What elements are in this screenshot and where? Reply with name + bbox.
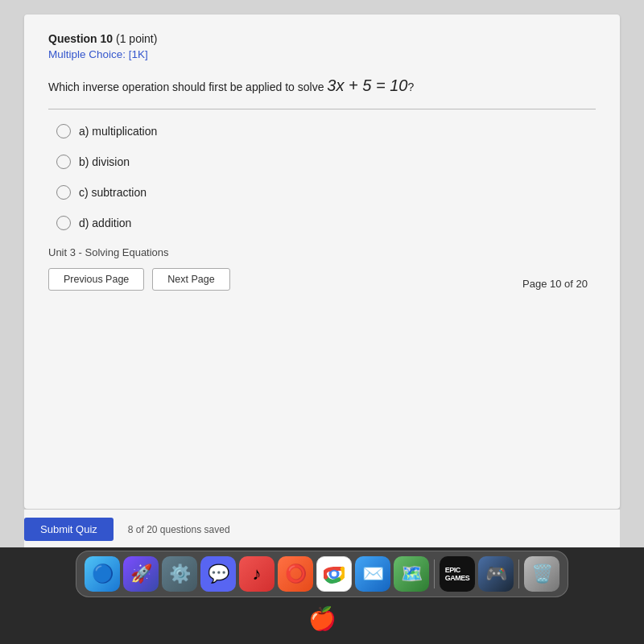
apple-logo: 🍎 bbox=[308, 605, 336, 632]
svg-point-3 bbox=[332, 572, 337, 577]
question-text: Which inverse operation should first be … bbox=[48, 73, 596, 97]
question-number: Question 10 (1 point) bbox=[48, 32, 596, 45]
dock-steam[interactable]: 🎮 bbox=[478, 556, 514, 592]
question-points: (1 point) bbox=[113, 32, 157, 45]
nav-buttons: Previous Page Next Page bbox=[48, 268, 230, 291]
navigation-row: Previous Page Next Page Page 10 of 20 bbox=[48, 268, 596, 299]
dock-epic-games[interactable]: EPICGAMES bbox=[440, 556, 475, 592]
dock-chrome[interactable] bbox=[316, 556, 352, 592]
question-text-before: Which inverse operation should first be … bbox=[48, 80, 327, 93]
dock-mail[interactable]: ✉️ bbox=[355, 556, 390, 592]
dock-finder[interactable]: 🔵 bbox=[85, 556, 120, 592]
submit-quiz-button[interactable]: Submit Quiz bbox=[24, 518, 114, 541]
dock: 🔵 🚀 ⚙️ 💬 ♪ ⭕ ✉️ 🗺️ EPICGAMES 🎮 🗑️ bbox=[76, 551, 568, 597]
question-text-after: ? bbox=[407, 80, 414, 93]
radio-c[interactable] bbox=[56, 185, 71, 200]
question-divider bbox=[48, 109, 596, 109]
dock-music[interactable]: ♪ bbox=[239, 556, 275, 592]
question-type: Multiple Choice: [1K] bbox=[48, 48, 596, 60]
dock-separator bbox=[434, 559, 435, 588]
dock-trash[interactable]: 🗑️ bbox=[524, 556, 559, 592]
saved-text: 8 of 20 questions saved bbox=[128, 524, 230, 535]
dock-launchpad[interactable]: 🚀 bbox=[123, 556, 159, 592]
question-number-text: Question 10 bbox=[48, 32, 113, 45]
bottom-bar: Submit Quiz 8 of 20 questions saved bbox=[24, 509, 620, 547]
dock-accessibility[interactable]: ⭕ bbox=[278, 556, 313, 592]
dock-separator-2 bbox=[518, 559, 519, 588]
previous-page-button[interactable]: Previous Page bbox=[48, 268, 144, 291]
radio-b[interactable] bbox=[56, 155, 71, 169]
apple-logo-area: 🍎 bbox=[308, 605, 336, 632]
option-c-label: c) subtraction bbox=[79, 186, 147, 199]
dock-container: 🔵 🚀 ⚙️ 💬 ♪ ⭕ ✉️ 🗺️ EPICGAMES 🎮 🗑️ bbox=[0, 547, 644, 644]
dock-system-prefs[interactable]: ⚙️ bbox=[162, 556, 197, 592]
dock-discord[interactable]: 💬 bbox=[200, 556, 236, 592]
option-a-label: a) multiplication bbox=[79, 125, 157, 138]
option-d[interactable]: d) addition bbox=[56, 216, 596, 230]
page-info: Page 10 of 20 bbox=[522, 278, 596, 290]
option-a[interactable]: a) multiplication bbox=[56, 124, 596, 138]
answer-options: a) multiplication b) division c) subtrac… bbox=[56, 124, 596, 230]
question-equation: 3x + 5 = 10 bbox=[327, 76, 407, 94]
radio-d[interactable] bbox=[56, 216, 71, 230]
option-c[interactable]: c) subtraction bbox=[56, 185, 596, 200]
unit-label: Unit 3 - Solving Equations bbox=[48, 246, 596, 258]
radio-a[interactable] bbox=[56, 124, 71, 138]
option-b[interactable]: b) division bbox=[56, 155, 596, 169]
option-d-label: d) addition bbox=[79, 217, 131, 229]
next-page-button[interactable]: Next Page bbox=[152, 268, 229, 291]
dock-maps[interactable]: 🗺️ bbox=[394, 556, 429, 592]
option-b-label: b) division bbox=[79, 155, 130, 168]
